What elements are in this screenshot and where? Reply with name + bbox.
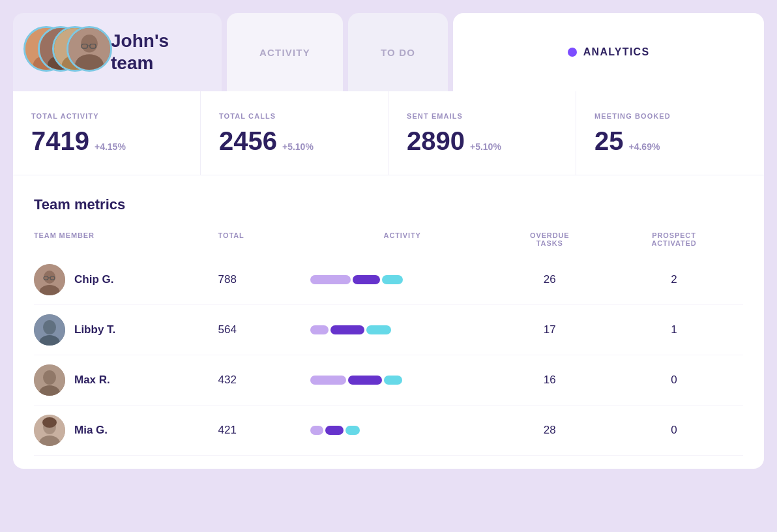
- stat-total-activity-value: 7419: [31, 128, 89, 154]
- overdue-max: 16: [494, 374, 605, 387]
- tab-todo-label: TO DO: [381, 47, 415, 58]
- header: John's team ACTIVITY TO DO ANALYTICS: [13, 13, 764, 91]
- prospect-mia: 0: [605, 424, 743, 437]
- activity-bar-chip: [310, 275, 495, 284]
- app-container: John's team ACTIVITY TO DO ANALYTICS TOT…: [13, 13, 764, 469]
- team-section: John's team: [13, 13, 222, 91]
- table-row: Libby T. 564 17 1: [34, 305, 743, 355]
- stat-total-activity-values: 7419 +4.15%: [31, 128, 182, 154]
- th-prospect: PROSPECTACTIVATED: [605, 231, 743, 247]
- main-content: TOTAL ACTIVITY 7419 +4.15% TOTAL CALLS 2…: [13, 91, 764, 469]
- th-total: TOTAL: [218, 231, 310, 247]
- svg-point-30: [42, 417, 57, 428]
- bar-cyan-mia: [345, 426, 360, 435]
- team-avatars: [23, 26, 102, 78]
- stat-total-activity-label: TOTAL ACTIVITY: [31, 112, 182, 120]
- bar-lavender-mia: [310, 426, 323, 435]
- bar-cyan-libby: [366, 325, 391, 334]
- table-row: Max R. 432 16 0: [34, 355, 743, 406]
- overdue-mia: 28: [494, 424, 605, 437]
- member-name-mia: Mia G.: [74, 424, 108, 437]
- bar-lavender-chip: [310, 275, 351, 284]
- activity-bar-max: [310, 376, 495, 385]
- bar-purple-mia: [325, 426, 344, 435]
- team-name: John's team: [111, 30, 169, 74]
- stat-total-activity-change: +4.15%: [95, 141, 126, 152]
- metrics-title: Team metrics: [34, 196, 743, 213]
- tab-todo[interactable]: TO DO: [348, 13, 448, 91]
- stat-meeting-booked: MEETING BOOKED 25 +4.69%: [576, 91, 764, 175]
- stat-sent-emails-value: 2890: [407, 128, 465, 154]
- total-mia: 421: [218, 424, 310, 437]
- total-max: 432: [218, 374, 310, 387]
- bar-purple-libby: [330, 325, 364, 334]
- team-table: TEAM MEMBER TOTAL ACTIVITY OVERDUETASKS …: [34, 231, 743, 456]
- prospect-max: 0: [605, 374, 743, 387]
- stat-sent-emails-values: 2890 +5.10%: [407, 128, 557, 154]
- stat-meeting-booked-values: 25 +4.69%: [594, 128, 746, 154]
- table-header: TEAM MEMBER TOTAL ACTIVITY OVERDUETASKS …: [34, 231, 743, 255]
- stat-meeting-booked-label: MEETING BOOKED: [594, 112, 746, 120]
- stat-total-calls-value: 2456: [219, 128, 277, 154]
- member-name-libby: Libby T.: [74, 323, 115, 336]
- stats-row: TOTAL ACTIVITY 7419 +4.15% TOTAL CALLS 2…: [13, 91, 764, 175]
- svg-point-25: [43, 370, 56, 385]
- th-member: TEAM MEMBER: [34, 231, 218, 247]
- prospect-libby: 1: [605, 323, 743, 336]
- tab-activity[interactable]: ACTIVITY: [227, 13, 343, 91]
- total-chip: 788: [218, 273, 310, 286]
- member-cell-libby: Libby T.: [34, 314, 218, 346]
- tab-analytics[interactable]: ANALYTICS: [453, 13, 764, 91]
- svg-point-10: [81, 35, 98, 52]
- stat-sent-emails-label: SENT EMAILS: [407, 112, 557, 120]
- activity-bar-libby: [310, 325, 495, 334]
- total-libby: 564: [218, 323, 310, 336]
- analytics-dot-icon: [568, 48, 577, 57]
- bar-cyan-chip: [382, 275, 403, 284]
- stat-total-calls: TOTAL CALLS 2456 +5.10%: [201, 91, 388, 175]
- tab-activity-label: ACTIVITY: [259, 47, 310, 58]
- table-row: Mia G. 421 28 0: [34, 406, 743, 456]
- bar-lavender-max: [310, 376, 346, 385]
- th-overdue: OVERDUETASKS: [494, 231, 605, 247]
- avatar-mia: [34, 415, 65, 446]
- avatar-max: [34, 364, 65, 396]
- svg-point-22: [43, 320, 56, 334]
- bar-purple-max: [348, 376, 382, 385]
- svg-point-16: [44, 271, 55, 284]
- metrics-section: Team metrics TEAM MEMBER TOTAL ACTIVITY …: [13, 175, 764, 469]
- th-activity: ACTIVITY: [310, 231, 495, 247]
- bar-cyan-max: [384, 376, 402, 385]
- member-cell-mia: Mia G.: [34, 415, 218, 446]
- stat-meeting-booked-change: +4.69%: [629, 141, 660, 152]
- tab-analytics-label: ANALYTICS: [583, 46, 650, 58]
- activity-bar-mia: [310, 426, 495, 435]
- overdue-libby: 17: [494, 323, 605, 336]
- member-name-max: Max R.: [74, 374, 110, 387]
- stat-sent-emails-change: +5.10%: [470, 141, 501, 152]
- stat-sent-emails: SENT EMAILS 2890 +5.10%: [388, 91, 576, 175]
- bar-purple-chip: [353, 275, 380, 284]
- avatar-libby: [34, 314, 65, 346]
- avatar-4: [66, 26, 112, 72]
- bar-lavender-libby: [310, 325, 329, 334]
- stat-total-calls-values: 2456 +5.10%: [219, 128, 370, 154]
- stat-total-calls-label: TOTAL CALLS: [219, 112, 370, 120]
- member-cell-chip: Chip G.: [34, 264, 218, 295]
- overdue-chip: 26: [494, 273, 605, 286]
- member-name-chip: Chip G.: [74, 273, 113, 286]
- member-cell-max: Max R.: [34, 364, 218, 396]
- stat-meeting-booked-value: 25: [594, 128, 624, 154]
- avatar-chip: [34, 264, 65, 295]
- prospect-chip: 2: [605, 273, 743, 286]
- stat-total-activity: TOTAL ACTIVITY 7419 +4.15%: [13, 91, 201, 175]
- table-row: Chip G. 788 26 2: [34, 255, 743, 305]
- stat-total-calls-change: +5.10%: [282, 141, 314, 152]
